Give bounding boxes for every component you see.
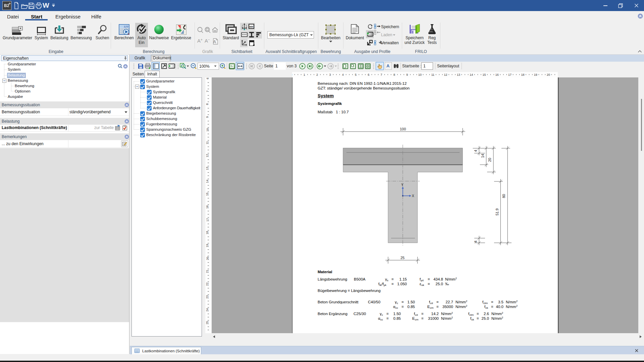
- svg-text:4: 4: [342, 73, 344, 76]
- svg-text:14: 14: [481, 154, 485, 158]
- svg-text:20: 20: [547, 73, 550, 76]
- svg-text:23: 23: [206, 295, 209, 299]
- svg-text:14: 14: [470, 73, 473, 76]
- svg-text:11: 11: [206, 141, 209, 144]
- svg-text:2: 2: [316, 73, 318, 76]
- svg-text:6: 6: [368, 73, 369, 76]
- svg-text:3: 3: [329, 73, 331, 76]
- svg-text:8: 8: [393, 73, 395, 76]
- svg-text:20: 20: [206, 257, 209, 260]
- svg-text:19: 19: [206, 244, 209, 247]
- svg-text:14: 14: [206, 180, 209, 183]
- svg-text:11: 11: [431, 73, 434, 76]
- svg-text:7: 7: [381, 73, 382, 76]
- svg-text:9: 9: [206, 116, 209, 118]
- svg-text:16: 16: [206, 205, 209, 209]
- svg-text:17: 17: [508, 73, 512, 76]
- svg-text:6: 6: [206, 78, 209, 79]
- svg-text:X: X: [412, 194, 414, 198]
- svg-text:13: 13: [206, 167, 209, 170]
- svg-text:7: 7: [206, 90, 209, 92]
- svg-text:12: 12: [444, 73, 447, 76]
- svg-text:abl: abl: [250, 25, 254, 28]
- svg-text:51.9: 51.9: [495, 208, 499, 216]
- svg-text:21: 21: [206, 269, 209, 273]
- svg-text:12: 12: [206, 154, 209, 157]
- svg-text:1: 1: [304, 73, 305, 76]
- svg-text:10: 10: [206, 128, 209, 131]
- svg-text:22: 22: [206, 283, 209, 286]
- svg-text:18: 18: [206, 231, 209, 234]
- svg-text:4: 4: [474, 150, 478, 152]
- svg-text:13: 13: [457, 73, 460, 76]
- svg-text:123: 123: [124, 25, 128, 28]
- svg-text:9: 9: [406, 73, 408, 76]
- svg-text:25: 25: [400, 256, 405, 260]
- svg-text:80: 80: [502, 194, 506, 198]
- svg-text:25: 25: [206, 321, 209, 324]
- svg-text:15: 15: [482, 73, 486, 76]
- svg-text:24: 24: [206, 308, 209, 311]
- svg-text:20: 20: [488, 158, 492, 162]
- svg-text:8: 8: [206, 103, 209, 105]
- svg-text:10: 10: [418, 73, 422, 76]
- svg-text:Y: Y: [401, 183, 404, 187]
- svg-text:4: 4: [474, 241, 478, 243]
- svg-text:19: 19: [534, 73, 537, 76]
- svg-text:5: 5: [355, 73, 357, 76]
- svg-text:17: 17: [206, 218, 209, 222]
- svg-text:100: 100: [400, 127, 406, 131]
- svg-text:15: 15: [206, 192, 209, 196]
- svg-text:18: 18: [521, 73, 524, 76]
- svg-text:0: 0: [292, 73, 292, 76]
- svg-text:16: 16: [495, 73, 499, 76]
